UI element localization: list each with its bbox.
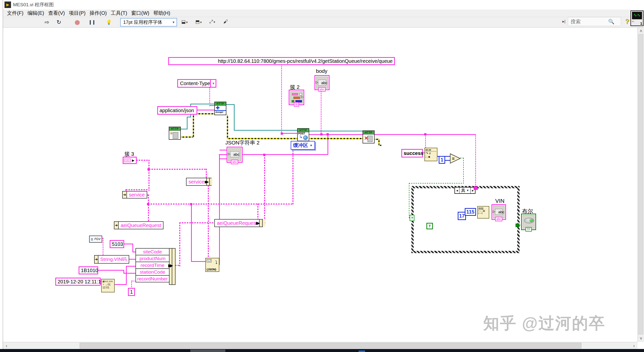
menu-item[interactable]: 查看(V) — [48, 10, 65, 17]
search-expand-icon[interactable]: ▸| — [562, 19, 565, 24]
bundle-service-node[interactable]: ➜ service — [122, 191, 147, 199]
bundle-field-recordTime[interactable]: recordTime — [135, 262, 170, 269]
one-constant[interactable]: 1 — [439, 156, 445, 164]
datetime-constant[interactable]: 2019-12-20 12:11:11 — [55, 278, 101, 286]
service-field-name: service — [187, 179, 206, 185]
highlight-execution-icon[interactable]: 💡 — [106, 18, 112, 27]
unbundle-service-node[interactable]: service — [186, 178, 212, 186]
url-string-constant[interactable]: http://10.82.64.110:7800/gmes-pcs/restfu… — [168, 57, 395, 65]
block-diagram-canvas[interactable]: http://10.82.64.110:7800/gmes-pcs/restfu… — [3, 28, 637, 342]
wire — [179, 222, 180, 266]
labview-app-icon: ▶ — [5, 2, 11, 8]
bundle-field-siteCode[interactable]: siteCode — [135, 248, 170, 255]
bundle-aeiqueuerequest-node[interactable]: ➜ aeiQueueRequest — [114, 221, 164, 229]
bundle-string-vin-node[interactable]: ➜ String.VIN码 — [94, 255, 129, 264]
equal-comparison-node[interactable]: = — [450, 153, 461, 164]
search-input[interactable] — [568, 19, 608, 25]
scroll-left-arrow[interactable]: ‹ — [3, 342, 10, 349]
url-text: http://10.82.64.110:7800/gmes-pcs/restfu… — [218, 58, 393, 64]
menu-item[interactable]: 窗口(W) — [131, 10, 149, 17]
string-field[interactable]: abc — [495, 209, 503, 215]
scroll-down-arrow[interactable]: ˅ — [638, 335, 644, 342]
menu-item[interactable]: 编辑(E) — [28, 10, 44, 17]
boolean-indicator[interactable]: TF — [521, 214, 536, 230]
http-header-band: HTTP — [169, 127, 180, 131]
case-selector-terminal[interactable]: ? — [410, 215, 414, 221]
body-string-indicator[interactable]: ▷ abc abc — [314, 75, 330, 90]
case-prev-arrow[interactable]: ◄ — [455, 188, 459, 193]
ring-dropdown-icon[interactable]: ▼ — [210, 80, 216, 87]
boolean-type-tab: TF — [526, 227, 532, 232]
bundle-field-productNum[interactable]: productNum — [135, 255, 170, 262]
json-node-version: 1.2 — [207, 259, 212, 262]
horizontal-scroll-thumb[interactable] — [80, 343, 581, 348]
run-button-icon[interactable]: ⇨ — [45, 18, 49, 27]
content-type-ring-constant[interactable]: Content-Type ▼ — [177, 79, 216, 88]
bundle-field-stationCode[interactable]: stationCode — [135, 268, 170, 276]
wire — [126, 189, 149, 190]
abort-button-icon[interactable]: ⬤ — [75, 18, 80, 27]
num-115-constant[interactable]: 115 — [465, 208, 476, 216]
menu-item[interactable]: 工具(T) — [111, 10, 127, 17]
windows-taskbar[interactable] — [0, 349, 644, 352]
spark-icon: ✳ — [170, 131, 173, 136]
scroll-right-arrow[interactable]: › — [630, 342, 637, 349]
application-json-constant[interactable]: application/json — [157, 106, 197, 115]
vertical-scroll-thumb[interactable] — [638, 34, 643, 334]
enum-dropdown-icon[interactable]: ▼ — [310, 144, 313, 147]
http-close-handle-node[interactable]: HTTP ✕ — [363, 130, 375, 143]
record-number-constant[interactable]: 1 — [128, 288, 135, 296]
horizontal-scrollbar[interactable]: ‹ › — [3, 342, 637, 349]
cluster3-constant[interactable]: ∶∶∶ ▶ — [123, 157, 137, 164]
taskbar-icon[interactable] — [359, 350, 365, 352]
match-pattern-node[interactable]: 00 00 ↷ # ¦→◼ — [424, 148, 437, 161]
json-string2-label: JSON字符串 2 — [225, 139, 260, 146]
vertical-scrollbar[interactable]: ˄ ˅ — [637, 28, 644, 342]
string-subset-node[interactable]: ▤▥ ▪→‥▨ ⊦⊣ — [477, 206, 489, 219]
case-selector[interactable]: ◄ 真 ▼ ► — [454, 187, 475, 194]
cluster2-indicator[interactable]: ▷ ⊞ — [289, 90, 304, 105]
run-continuous-icon[interactable]: ↻ — [57, 18, 61, 27]
help-icon[interactable]: ? — [625, 18, 629, 25]
format-datetime-node[interactable]: ▦%3 JAN ◔ →01 12:01 — [101, 279, 115, 292]
pause-button-icon[interactable]: ❙❙ — [88, 18, 96, 27]
resize-objects-icon[interactable]: ⤢▼ — [209, 19, 216, 24]
http-open-handle-node[interactable]: HTTP ✳ — [169, 127, 181, 140]
taskbar-app-button[interactable] — [190, 349, 225, 352]
font-ring-selector[interactable]: 17pt 应用程序字体 ▼ — [120, 18, 177, 27]
success-string-constant[interactable]: success — [401, 149, 423, 157]
true-constant[interactable]: T — [426, 223, 433, 229]
search-icon[interactable]: 🔍 — [608, 19, 614, 25]
buffer-enum-constant[interactable]: 缓冲区 ▼ — [291, 141, 315, 150]
station-code-constant[interactable]: 1B1010 — [79, 266, 98, 274]
scroll-up-arrow[interactable]: ˄ — [638, 28, 644, 35]
case-input-tunnel[interactable] — [474, 186, 478, 190]
wire — [128, 259, 136, 260]
vi-icon[interactable]: ∿∿ ≈≈ 1 — [630, 11, 643, 26]
cleanup-diagram-icon[interactable]: 🖌 — [223, 19, 228, 24]
http-post-node[interactable]: HTTP POST ↳ — [297, 128, 309, 141]
align-objects-icon[interactable]: ⬓▼ — [181, 19, 188, 25]
string-field[interactable]: abc — [318, 80, 326, 86]
distribute-objects-icon[interactable]: ⬒▼ — [195, 19, 202, 25]
fgv-subvi[interactable]: 🗎 FGV — [89, 236, 102, 243]
site-code-constant[interactable]: 5103 — [110, 240, 124, 248]
bundle-field-recordNumber[interactable]: recordNumber — [135, 275, 170, 282]
menu-bar: 文件(F)编辑(E)查看(V)项目(P)操作(O)工具(T)窗口(W)帮助(H) — [3, 10, 644, 17]
menu-item[interactable]: 项目(P) — [69, 10, 86, 17]
flatten-to-json-node[interactable]: 1.2 ⤵ {JSON} — [205, 258, 219, 272]
unbundle-aeiqueuerequest-node[interactable]: aeiQueueRequest — [214, 219, 263, 227]
http-add-header-node[interactable]: HTTP ✚ Accept: — [214, 102, 226, 115]
title-bar[interactable]: ▶ MES01.vi 程序框图 — [3, 0, 644, 10]
string-field[interactable]: abc — [230, 151, 239, 157]
json-string2-control[interactable]: ▷ abc abc — [227, 147, 243, 163]
http-header-band: HTTP — [363, 131, 374, 134]
case-output-tunnel[interactable] — [516, 224, 519, 227]
menu-item[interactable]: 操作(O) — [90, 10, 107, 17]
case-selector-value[interactable]: 真 ▼ — [459, 188, 471, 193]
bundle-by-name-node[interactable]: siteCodeproductNumrecordTimestationCoder… — [135, 248, 170, 282]
menu-item[interactable]: 帮助(H) — [153, 10, 170, 17]
search-box[interactable]: 🔍 — [568, 17, 621, 26]
vin-string-indicator[interactable]: ▷ abc abc — [492, 204, 506, 220]
menu-item[interactable]: 文件(F) — [7, 10, 24, 17]
